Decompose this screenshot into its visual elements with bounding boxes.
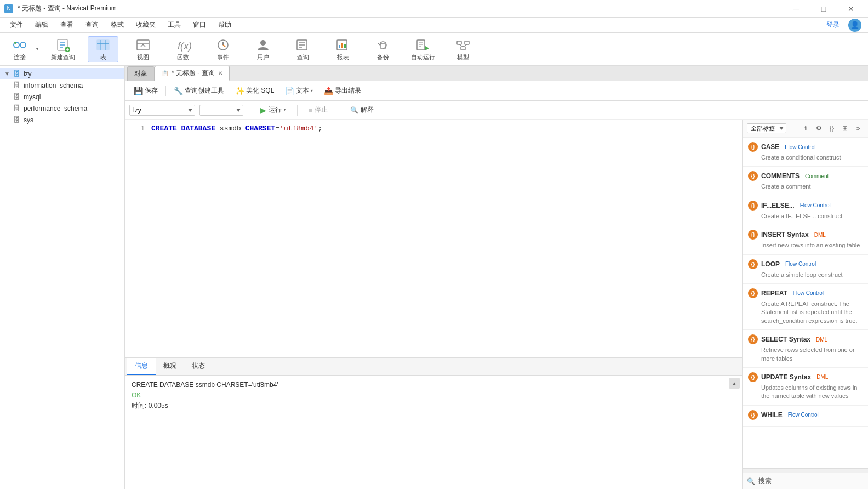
- build-tool-button[interactable]: 🔧 查询创建工具: [169, 84, 229, 97]
- snippet-while[interactable]: {} WHILE Flow Control: [743, 406, 868, 427]
- settings-icon[interactable]: ⚙: [813, 123, 824, 134]
- function-button[interactable]: f(x) 函数: [168, 36, 198, 62]
- snippet-update[interactable]: {} UPDATE Syntax DML Updates columns of …: [743, 368, 868, 406]
- db-icon-sys: 🗄: [13, 116, 20, 124]
- svg-line-20: [223, 45, 225, 47]
- snippet-comments[interactable]: {} COMMENTS Comment Create a comment: [743, 167, 868, 196]
- menu-file[interactable]: 文件: [4, 18, 28, 32]
- snippet-desc-loop: Create a simple loop construct: [748, 271, 863, 279]
- view-button[interactable]: 视图: [128, 36, 158, 62]
- title-bar: N * 无标题 - 查询 - Navicat Premium ─ □ ✕: [0, 0, 868, 18]
- tab-object[interactable]: 对象: [127, 66, 155, 81]
- snippet-icon-repeat: {}: [748, 288, 758, 298]
- autorun-button[interactable]: 自动运行: [408, 36, 438, 62]
- snippet-title-select: SELECT Syntax: [761, 336, 810, 343]
- snippet-title-comments: COMMENTS: [761, 172, 800, 180]
- tab-info[interactable]: 信息: [127, 358, 156, 375]
- code-content[interactable]: 1 CREATE DATABASE ssmdb CHARSET='utf8mb4…: [125, 120, 742, 357]
- connect-icon: [12, 37, 27, 53]
- snippet-insert[interactable]: {} INSERT Syntax DML Insert new rows int…: [743, 225, 868, 254]
- sidebar-item-lzy[interactable]: ▼ 🗄 lzy: [0, 68, 124, 79]
- explain-icon: 🔍: [350, 106, 358, 114]
- report-icon: [335, 37, 351, 53]
- sidebar-item-mysql[interactable]: 🗄 mysql: [0, 91, 124, 103]
- query-button[interactable]: 查询: [288, 36, 318, 62]
- backup-button[interactable]: 备份: [368, 36, 398, 62]
- snippet-loop[interactable]: {} LOOP Flow Control Create a simple loo…: [743, 255, 868, 284]
- new-query-button[interactable]: 新建查询: [48, 36, 78, 62]
- login-button[interactable]: 登录: [821, 18, 845, 32]
- db-icon-mysql: 🗄: [13, 93, 20, 101]
- report-button[interactable]: 报表: [328, 36, 358, 62]
- export-icon: 📤: [324, 87, 333, 95]
- app-title: * 无标题 - 查询 - Navicat Premium: [18, 4, 117, 13]
- backup-icon: [375, 37, 391, 53]
- menu-window[interactable]: 窗口: [187, 18, 212, 32]
- snippet-tag-while: Flow Control: [788, 412, 819, 418]
- code-editor[interactable]: 1 CREATE DATABASE ssmdb CHARSET='utf8mb4…: [125, 120, 742, 357]
- snippet-title-insert: INSERT Syntax: [761, 231, 809, 238]
- tab-status[interactable]: 状态: [184, 358, 213, 375]
- app-icon: N: [4, 4, 13, 13]
- text-button[interactable]: 📄 文本 ▾: [281, 84, 317, 97]
- db-selector[interactable]: lzy: [129, 105, 195, 116]
- menu-tools[interactable]: 工具: [162, 18, 186, 32]
- snippet-icon-loop: {}: [748, 259, 758, 269]
- snippet-ifelse[interactable]: {} IF...ELSE... Flow Control Create a IF…: [743, 196, 868, 225]
- grid-icon[interactable]: ⊞: [840, 123, 850, 134]
- snippet-tag-repeat: Flow Control: [793, 290, 824, 296]
- tab-close-button[interactable]: ✕: [218, 70, 222, 76]
- connect-button[interactable]: 连接: [4, 36, 35, 62]
- minimize-button[interactable]: ─: [784, 0, 809, 18]
- save-icon: 💾: [134, 87, 143, 95]
- user-button[interactable]: 用户: [248, 36, 278, 62]
- code-icon[interactable]: {}: [826, 123, 837, 134]
- snippet-icon-ifelse: {}: [748, 201, 758, 211]
- right-panel-bottom-scroll: [743, 468, 868, 473]
- expand-right-icon[interactable]: »: [853, 123, 864, 134]
- tab-query[interactable]: 📋 * 无标题 - 查询 ✕: [155, 66, 230, 81]
- svg-point-1: [20, 42, 26, 48]
- snippet-tag-case: Flow Control: [785, 144, 815, 150]
- db-selector-row: lzy ▶ 运行 ▾ ■ 停止 🔍 解释: [125, 101, 868, 120]
- save-button[interactable]: 💾 保存: [129, 84, 162, 97]
- search-label-icon: 🔍: [747, 477, 755, 485]
- table-selector[interactable]: [199, 105, 243, 116]
- menu-view[interactable]: 查看: [55, 18, 79, 32]
- sidebar-item-performance-schema[interactable]: 🗄 performance_schema: [0, 103, 124, 114]
- db-icon-perf: 🗄: [13, 104, 20, 112]
- snippet-case[interactable]: {} CASE Flow Control Create a conditiona…: [743, 138, 868, 167]
- menu-help[interactable]: 帮助: [213, 18, 237, 32]
- connect-dropdown[interactable]: ▾: [36, 47, 38, 52]
- export-button[interactable]: 📤 导出结果: [319, 84, 366, 97]
- explain-button[interactable]: 🔍 解释: [345, 104, 379, 116]
- menu-favorites[interactable]: 收藏夹: [130, 18, 161, 32]
- db-label-info: information_schema: [24, 82, 83, 89]
- snippet-repeat[interactable]: {} REPEAT Flow Control Create A REPEAT c…: [743, 284, 868, 330]
- svg-rect-36: [457, 41, 461, 44]
- tag-filter-select[interactable]: 全部标签: [747, 123, 786, 133]
- snippet-icon-comments: {}: [748, 171, 758, 181]
- bottom-panel: 信息 概况 状态 CREATE DATABASE ssmdb CHARSET='…: [125, 357, 742, 489]
- info-icon[interactable]: ℹ: [800, 123, 811, 134]
- close-button[interactable]: ✕: [838, 0, 864, 18]
- stop-button[interactable]: ■ 停止: [303, 104, 333, 116]
- sidebar-item-information-schema[interactable]: 🗄 information_schema: [0, 79, 124, 91]
- event-button[interactable]: 事件: [208, 36, 238, 62]
- sidebar-item-sys[interactable]: 🗄 sys: [0, 114, 124, 126]
- menu-format[interactable]: 格式: [105, 18, 129, 32]
- tab-overview[interactable]: 概况: [156, 358, 184, 375]
- model-button[interactable]: 模型: [448, 36, 478, 62]
- svg-rect-27: [339, 45, 340, 48]
- snippet-list: {} CASE Flow Control Create a conditiona…: [743, 138, 868, 468]
- maximize-button[interactable]: □: [811, 0, 836, 18]
- menu-query[interactable]: 查询: [80, 18, 104, 32]
- run-button[interactable]: ▶ 运行 ▾: [255, 104, 292, 116]
- beautify-button[interactable]: ✨ 美化 SQL: [231, 84, 278, 97]
- db-label-lzy: lzy: [24, 70, 32, 78]
- snippet-select[interactable]: {} SELECT Syntax DML Retrieve rows selec…: [743, 330, 868, 368]
- scroll-up-button[interactable]: ▲: [729, 378, 740, 389]
- separator-1: [165, 86, 166, 96]
- menu-edit[interactable]: 编辑: [30, 18, 54, 32]
- table-button[interactable]: 表: [88, 36, 118, 62]
